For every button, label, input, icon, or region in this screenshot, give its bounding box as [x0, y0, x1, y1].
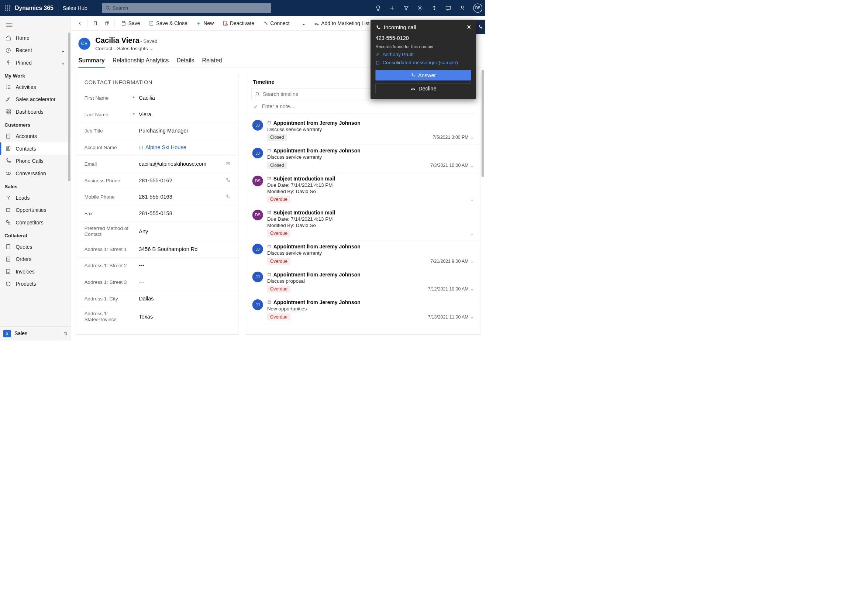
sidebar-item-sales-accelerator[interactable]: Sales accelerator: [0, 93, 71, 106]
back-button[interactable]: [74, 18, 85, 28]
tab-summary[interactable]: Summary: [78, 57, 104, 68]
content-scrollbar[interactable]: [481, 70, 484, 231]
timeline-item[interactable]: JJAppointment from Jeremy JohnsonDiscuss…: [246, 268, 480, 296]
sidebar-item-competitors[interactable]: Competitors: [0, 216, 71, 229]
timeline-note-row[interactable]: [251, 103, 474, 114]
field-business-phone[interactable]: Business Phone281-555-0162: [76, 172, 239, 189]
contact-information-card: CONTACT INFORMATION First NameCacilia La…: [76, 74, 239, 335]
call-record-account[interactable]: Consolidated messenger (sample): [375, 60, 471, 66]
user-avatar[interactable]: DS: [473, 4, 482, 13]
tab-related[interactable]: Related: [202, 57, 222, 68]
sidebar-item-conversation[interactable]: Conversation: [0, 167, 71, 180]
field-job-title[interactable]: Job TitlePurchasing Manager: [76, 123, 239, 139]
sidebar-item-orders[interactable]: Orders: [0, 253, 71, 265]
timeline-item[interactable]: JJAppointment from Jeremy JohnsonDiscuss…: [246, 240, 480, 268]
timeline-item[interactable]: JJAppointment from Jeremy JohnsonDiscuss…: [246, 144, 480, 172]
sidebar-section-header: Collateral: [0, 228, 71, 240]
hamburger-icon[interactable]: [0, 17, 71, 32]
sidebar-item-label: Phone Calls: [16, 158, 43, 164]
chevron-down-icon[interactable]: ⌄: [470, 135, 474, 140]
sidebar-item-invoices[interactable]: Invoices: [0, 265, 71, 278]
call-record-person[interactable]: Anthony Pruitt: [375, 52, 471, 57]
search-icon: [256, 92, 260, 96]
plus-icon[interactable]: [389, 5, 395, 11]
new-button[interactable]: New: [192, 18, 217, 28]
gear-icon[interactable]: [417, 5, 423, 11]
field-first-name[interactable]: First NameCacilia: [76, 90, 239, 106]
svg-rect-54: [268, 273, 271, 275]
incoming-call-icon: [375, 25, 381, 30]
area-switcher[interactable]: S Sales ⇅: [0, 326, 71, 340]
field-fax[interactable]: Fax281-555-0158: [76, 205, 239, 222]
timeline-item[interactable]: JJAppointment from Jeremy JohnsonDiscuss…: [246, 117, 480, 144]
chat-icon[interactable]: [445, 5, 451, 11]
chevron-down-icon[interactable]: ⌄: [470, 163, 474, 168]
app-launcher-icon[interactable]: [3, 4, 12, 13]
assistant-icon[interactable]: [459, 5, 465, 11]
answer-button[interactable]: Answer: [375, 70, 471, 81]
field-email[interactable]: Emailcacilia@alpineskihouse.com: [76, 156, 239, 172]
field-street2[interactable]: Address 1: Street 2---: [76, 258, 239, 274]
tab-relationship-analytics[interactable]: Relationship Analytics: [113, 57, 169, 68]
phone-icon[interactable]: [225, 178, 230, 183]
mail-icon[interactable]: [225, 161, 230, 167]
account-link[interactable]: Alpine Ski House: [146, 144, 186, 150]
sidebar-item-dashboards[interactable]: Dashboards: [0, 105, 71, 118]
timeline-note-input[interactable]: [262, 104, 473, 110]
sidebar-item-products[interactable]: Products: [0, 277, 71, 290]
sidebar-item-accounts[interactable]: Accounts: [0, 130, 71, 143]
field-last-name[interactable]: Last NameViera: [76, 106, 239, 123]
sidebar-scrollbar[interactable]: [68, 33, 70, 194]
save-button[interactable]: Save: [117, 18, 144, 28]
field-city[interactable]: Address 1: CityDallas: [76, 290, 239, 307]
chevron-down-icon[interactable]: ⌄: [470, 197, 474, 202]
field-street1[interactable]: Address 1: Street 13456 B Southampton Rd: [76, 241, 239, 258]
chevron-down-icon[interactable]: ⌄: [470, 314, 474, 320]
field-mobile-phone[interactable]: Mobile Phone281-555-0163: [76, 189, 239, 205]
sidebar-item-quotes[interactable]: Quotes: [0, 241, 71, 253]
close-button[interactable]: ✕: [467, 24, 471, 31]
popout-button[interactable]: [102, 18, 112, 28]
deactivate-button[interactable]: Deactivate: [219, 18, 258, 28]
tab-details[interactable]: Details: [177, 57, 194, 68]
sidebar-item-pinned[interactable]: Pinned⌄: [0, 56, 71, 69]
field-preferred-contact[interactable]: Preferred Method of ContactAny: [76, 222, 239, 241]
field-account-name[interactable]: Account NameAlpine Ski House: [76, 139, 239, 156]
phone-panel-tab[interactable]: [476, 20, 485, 34]
filter-icon[interactable]: [403, 5, 409, 11]
lightbulb-icon[interactable]: [375, 5, 381, 11]
connect-dropdown[interactable]: ⌄: [299, 18, 309, 28]
sidebar-item-leads[interactable]: Leads: [0, 192, 71, 204]
timeline-item[interactable]: DSSubject Introduction mailDue Date: 7/1…: [246, 172, 480, 206]
save-close-button[interactable]: Save & Close: [145, 18, 191, 28]
timeline-item-title: Subject Introduction mail: [273, 210, 335, 215]
save-icon: [121, 21, 127, 26]
chevron-down-icon[interactable]: ⌄: [470, 258, 474, 264]
svg-rect-49: [268, 121, 271, 124]
svg-line-10: [108, 8, 110, 9]
add-to-marketing-list-button[interactable]: Add to Marketing List: [310, 18, 374, 28]
sidebar-item-activities[interactable]: Activities: [0, 81, 71, 93]
timeline-item[interactable]: DSSubject Introduction mailDue Date: 7/1…: [246, 206, 480, 240]
sidebar-item-contacts[interactable]: Contacts: [0, 143, 71, 155]
search-input[interactable]: [113, 5, 268, 11]
svg-rect-30: [7, 208, 10, 211]
timeline-item[interactable]: JJAppointment from Jeremy JohnsonNew opp…: [246, 296, 480, 324]
sidebar-item-opportunities[interactable]: Opportunities: [0, 204, 71, 216]
sidebar-item-home[interactable]: Home: [0, 32, 71, 44]
form-selector[interactable]: Sales Insights: [117, 46, 148, 52]
chevron-down-icon[interactable]: ⌄: [470, 231, 474, 236]
sidebar-item-phone-calls[interactable]: Phone Calls: [0, 155, 71, 167]
open-record-set-button[interactable]: [90, 18, 101, 28]
decline-button[interactable]: Decline: [375, 84, 471, 94]
chevron-down-icon[interactable]: ⌄: [470, 287, 474, 292]
sidebar-item-recent[interactable]: Recent⌄: [0, 44, 71, 57]
record-title: Cacilia Viera: [95, 36, 139, 44]
help-icon[interactable]: [431, 5, 437, 11]
field-state[interactable]: Address 1: State/ProvinceTexas: [76, 307, 239, 326]
field-street3[interactable]: Address 1: Street 3---: [76, 274, 239, 290]
global-search[interactable]: [102, 3, 271, 13]
phone-icon[interactable]: [225, 194, 230, 200]
quote-icon: [6, 244, 11, 250]
connect-button[interactable]: Connect: [259, 18, 293, 28]
